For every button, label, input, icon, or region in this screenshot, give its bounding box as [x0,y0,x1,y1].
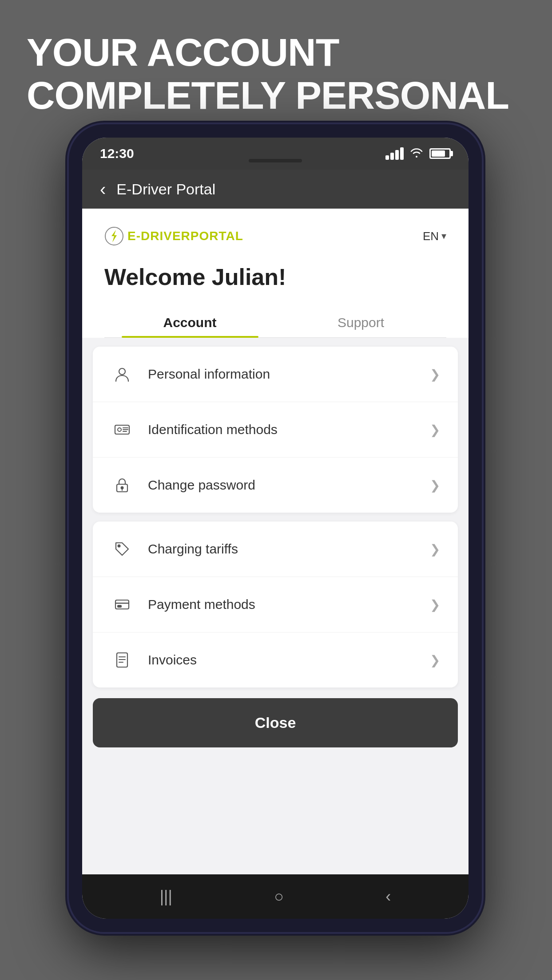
tabs-container: Account Support [104,306,446,338]
charging-tariffs-arrow: ❯ [430,542,440,557]
svg-rect-13 [118,605,121,607]
personal-information-item[interactable]: Personal information ❯ [93,347,458,402]
logo-accent: PORTAL [191,229,243,243]
invoice-icon [111,648,134,672]
logo-dark: E-DRIVER [127,229,191,243]
status-time: 12:30 [100,146,134,161]
phone-screen: 12:30 ‹ E-Driver Port [82,138,469,919]
identification-methods-arrow: ❯ [430,423,440,437]
welcome-text: Welcome Julian! [104,264,446,290]
status-bar: 12:30 [82,138,469,170]
id-card-icon [111,418,134,441]
app-header: E-DRIVERPORTAL EN ▾ Welcome Julian! Acco… [82,209,469,338]
bottom-nav-home-icon[interactable]: ○ [267,880,291,913]
wifi-icon [410,147,423,161]
headline-line1: YOUR ACCOUNT [27,31,509,74]
app-content: E-DRIVERPORTAL EN ▾ Welcome Julian! Acco… [82,209,469,874]
invoices-label: Invoices [148,652,416,668]
status-icons [385,147,451,161]
invoices-item[interactable]: Invoices ❯ [93,632,458,688]
payment-methods-item[interactable]: Payment methods ❯ [93,577,458,632]
nav-title: E-Driver Portal [116,181,215,198]
identification-methods-label: Identification methods [148,422,416,437]
headline-line2: COMPLETELY PERSONAL [27,74,509,117]
invoices-arrow: ❯ [430,653,440,668]
lock-icon [111,474,134,497]
charging-tariffs-label: Charging tariffs [148,541,416,557]
logo-text: E-DRIVERPORTAL [127,229,243,243]
identification-methods-item[interactable]: Identification methods ❯ [93,402,458,458]
account-section-1: Personal information ❯ Identification [93,347,458,513]
speaker [249,159,302,162]
headline: YOUR ACCOUNT COMPLETELY PERSONAL [27,31,509,117]
svg-point-10 [118,545,120,547]
payment-methods-arrow: ❯ [430,597,440,612]
lang-selector[interactable]: EN ▾ [423,229,446,243]
lang-label: EN [423,229,439,243]
logo-icon [104,226,124,246]
person-icon [111,363,134,386]
bottom-nav-menu-icon[interactable]: ||| [153,880,179,913]
svg-point-1 [119,368,125,375]
tab-support[interactable]: Support [275,306,446,337]
change-password-arrow: ❯ [430,478,440,493]
personal-information-arrow: ❯ [430,367,440,382]
bottom-nav-back-icon[interactable]: ‹ [378,880,398,913]
svg-point-3 [118,428,121,431]
change-password-label: Change password [148,478,416,493]
back-button[interactable]: ‹ [100,180,106,198]
bottom-nav: ||| ○ ‹ [82,874,469,919]
battery-icon [429,148,451,159]
charging-tariffs-item[interactable]: Charging tariffs ❯ [93,522,458,577]
account-section-2: Charging tariffs ❯ Payment methods ❯ [93,522,458,688]
signal-icon [385,147,404,160]
payment-icon [111,593,134,616]
change-password-item[interactable]: Change password ❯ [93,458,458,513]
chevron-down-icon: ▾ [441,230,446,242]
nav-bar: ‹ E-Driver Portal [82,170,469,209]
close-button-container: Close [82,688,469,761]
close-button[interactable]: Close [93,698,458,747]
svg-rect-11 [115,600,129,609]
tag-icon [111,537,134,561]
logo-container: E-DRIVERPORTAL [104,226,243,246]
logo-row: E-DRIVERPORTAL EN ▾ [104,226,446,246]
personal-information-label: Personal information [148,367,416,382]
phone-frame: 12:30 ‹ E-Driver Port [69,124,482,932]
tab-account[interactable]: Account [104,306,275,337]
payment-methods-label: Payment methods [148,597,416,612]
